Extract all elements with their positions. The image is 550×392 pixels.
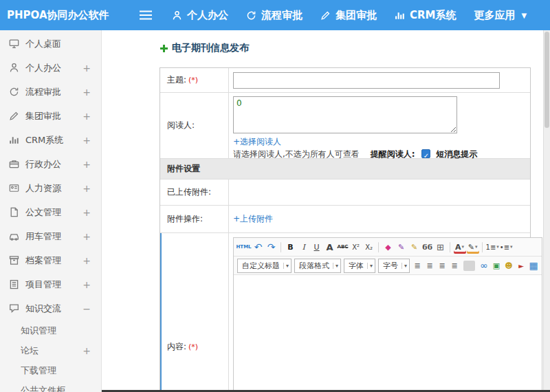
- expand-sign: +: [82, 231, 91, 242]
- page-title: 电子期刊信息发布: [172, 42, 249, 54]
- caret-down-icon: ▾: [283, 263, 289, 269]
- sidebar-item-document-mgmt[interactable]: 公文管理 +: [0, 200, 101, 224]
- subject-value-cell: [229, 68, 530, 92]
- caret-down-icon: ▾: [333, 263, 338, 269]
- readers-field[interactable]: 0: [233, 96, 457, 133]
- nav-label: 更多应用: [474, 9, 516, 22]
- sidebar-item-group-approval[interactable]: 集团审批 +: [0, 104, 101, 128]
- subject-input[interactable]: [233, 72, 500, 89]
- expand-sign: +: [82, 111, 91, 122]
- attachment-action-label-cell: 附件操作:: [160, 206, 229, 232]
- sidebar-item-crm-system[interactable]: CRM系统 +: [0, 128, 101, 152]
- editor-content-area[interactable]: [234, 275, 542, 392]
- document-icon: [9, 207, 19, 217]
- sidebar-item-admin-office[interactable]: 行政办公 +: [0, 152, 101, 176]
- emoticon-icon[interactable]: ☻: [503, 259, 515, 272]
- readers-value-cell: 0 +选择阅读人 请选择阅读人,不选为所有人可查看 提醒阅读人: 短消息提示: [229, 93, 530, 158]
- remind-readers-label: 提醒阅读人:: [371, 149, 415, 159]
- caret-down-icon: ▾: [402, 263, 407, 269]
- redo-icon[interactable]: ↷: [265, 241, 278, 254]
- sidebar-subitem-label: 知识管理: [21, 325, 56, 337]
- undo-icon[interactable]: ↶: [252, 241, 265, 254]
- nav-workflow-approval[interactable]: 流程审批: [246, 9, 302, 22]
- sidebar-item-personal-office[interactable]: 个人办公 +: [0, 56, 101, 80]
- scrollbar-thumb[interactable]: [544, 32, 549, 128]
- nav-crm-system[interactable]: CRM系统: [395, 9, 456, 22]
- sidebar-item-knowledge-exchange[interactable]: 知识交流 −: [0, 296, 101, 320]
- separator: [482, 242, 483, 252]
- attachment-action-row: 附件操作: +上传附件: [160, 206, 530, 233]
- media-icon[interactable]: ►: [516, 259, 527, 272]
- font-family-combo[interactable]: 字体▾: [344, 259, 375, 273]
- person-icon: [172, 10, 182, 21]
- italic-icon[interactable]: I: [298, 241, 310, 254]
- menu-toggle-icon[interactable]: [139, 10, 154, 21]
- eraser-icon[interactable]: ◆: [382, 241, 395, 254]
- format-painter-icon[interactable]: ✎: [395, 241, 408, 254]
- sidebar-item-archive-mgmt[interactable]: 档案管理 +: [0, 248, 101, 272]
- vertical-scrollbar[interactable]: [543, 30, 550, 392]
- sidebar-item-workflow-approval[interactable]: 流程审批 +: [0, 80, 101, 104]
- sms-notify-checkbox[interactable]: [421, 149, 430, 158]
- unordered-list-icon[interactable]: •≣: [500, 241, 513, 254]
- sidebar-subitem-forum[interactable]: 论坛 +: [0, 340, 101, 360]
- sidebar-item-vehicle-mgmt[interactable]: 用车管理 +: [0, 224, 101, 248]
- sidebar-item-project-mgmt[interactable]: 项目管理 +: [0, 272, 101, 296]
- sidebar-item-personal-desktop[interactable]: 个人桌面: [0, 32, 101, 56]
- nav-more-apps[interactable]: 更多应用 ▼: [474, 9, 527, 22]
- car-icon: [9, 231, 19, 241]
- sidebar-item-label: 项目管理: [25, 279, 61, 291]
- desktop-icon: [9, 39, 19, 49]
- align-left-icon[interactable]: ≣: [412, 259, 424, 272]
- sidebar: 个人桌面 个人办公 + 流程审批 + 集团审批 + CRM系统 + 行政办公 +…: [0, 30, 102, 392]
- nav-personal-office[interactable]: 个人办公: [172, 9, 228, 22]
- table-icon[interactable]: ▦: [528, 259, 540, 272]
- style-combo[interactable]: 自定义标题▾: [237, 259, 292, 273]
- nav-label: CRM系统: [410, 9, 456, 22]
- align-justify-icon[interactable]: ≣: [449, 259, 461, 272]
- upload-attachment-link[interactable]: +上传附件: [233, 213, 273, 225]
- id-card-icon: [9, 183, 19, 193]
- page-title-row: 电子期刊信息发布: [160, 41, 543, 55]
- sidebar-subitem-public-file-cabinet[interactable]: 公共文件柜: [0, 380, 101, 392]
- sidebar-item-label: CRM系统: [25, 134, 63, 146]
- expand-sign: +: [82, 183, 91, 194]
- rich-text-editor: HTML↶↷BIUAABCX²X₂◆✎✎66⊞A✎1≣•≣ 自定义标题▾段落格式…: [233, 237, 542, 392]
- subscript-icon[interactable]: X₂: [363, 241, 375, 254]
- font-size-combo[interactable]: 字号▾: [378, 259, 410, 273]
- sidebar-subitem-knowledge-mgmt[interactable]: 知识管理: [0, 320, 101, 340]
- font-color-icon[interactable]: A: [454, 241, 466, 254]
- strikethrough-icon[interactable]: ABC: [337, 241, 349, 254]
- superscript-icon[interactable]: X²: [350, 241, 362, 254]
- editor-toolbar-row1: HTML↶↷BIUAABCX²X₂◆✎✎66⊞A✎1≣•≣: [234, 238, 542, 257]
- sidebar-subitem-download-mgmt[interactable]: 下载管理: [0, 360, 101, 380]
- ordered-list-icon[interactable]: 1≣: [486, 241, 499, 254]
- content-value-cell: HTML↶↷BIUAABCX²X₂◆✎✎66⊞A✎1≣•≣ 自定义标题▾段落格式…: [229, 233, 543, 392]
- image-icon[interactable]: ▣: [491, 259, 503, 272]
- subject-label: 主题:: [167, 74, 186, 86]
- align-right-icon[interactable]: ≣: [437, 259, 448, 272]
- nav-label: 个人办公: [187, 9, 228, 22]
- link-icon[interactable]: ∞: [478, 259, 490, 272]
- font-icon[interactable]: A: [324, 241, 336, 254]
- paragraph-combo[interactable]: 段落格式▾: [294, 259, 341, 273]
- nav-label: 流程审批: [261, 9, 302, 22]
- nav-group-approval[interactable]: 集团审批: [320, 9, 377, 22]
- sidebar-item-hr[interactable]: 人力资源 +: [0, 176, 101, 200]
- required-mark: (*): [188, 76, 198, 85]
- bold-icon[interactable]: B: [285, 241, 297, 254]
- align-center-icon[interactable]: ≣: [424, 259, 436, 272]
- blockquote-icon[interactable]: 66: [421, 241, 434, 254]
- underline-icon[interactable]: U: [311, 241, 323, 254]
- separator: [280, 242, 281, 252]
- sidebar-item-label: 流程审批: [25, 86, 61, 98]
- subject-label-cell: 主题: (*): [160, 68, 229, 92]
- expand-sign: +: [82, 63, 91, 74]
- highlight-color-icon[interactable]: ✎: [467, 241, 479, 254]
- clipboard-icon: [9, 279, 19, 290]
- html-source-icon[interactable]: HTML: [236, 241, 252, 254]
- pen-icon[interactable]: ✎: [408, 241, 421, 254]
- sms-notify-label: 短消息提示: [436, 149, 477, 159]
- special-char-icon[interactable]: ⊞: [434, 241, 447, 254]
- select-readers-link[interactable]: +选择阅读人: [233, 137, 281, 146]
